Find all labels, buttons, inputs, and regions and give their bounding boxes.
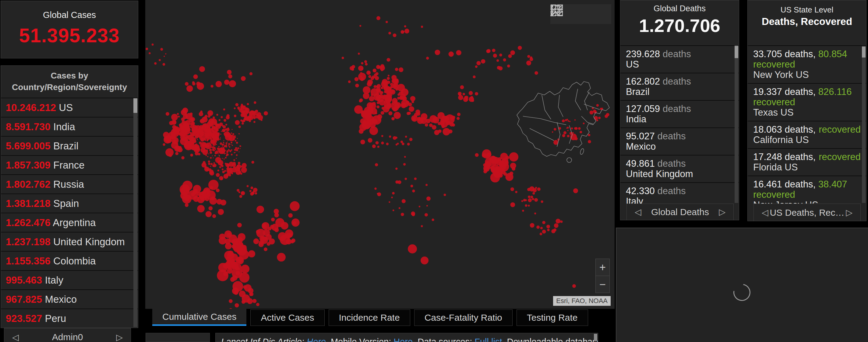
world-bubble-map[interactable]: + − Esri, FAO, NOAA [145,0,615,309]
footer-scrollbar-thumb[interactable] [594,334,597,341]
global-cases-panel: Global Cases 51.395.233 [1,1,138,59]
case-list-item[interactable]: 1.155.356 Colombia [1,251,138,270]
us-panel-subtitle: Deaths, Recovered [748,16,866,27]
pager-next-icon[interactable]: ▷ [846,207,852,217]
bottom-left-panel-edge [146,333,210,342]
tab-case-fatality-ratio[interactable]: Case-Fatality Ratio [414,309,513,326]
footer-link[interactable]: Here [307,337,326,342]
deaths-scrollbar-thumb[interactable] [735,46,738,58]
case-list-item[interactable]: 1.802.762 Russia [1,174,138,194]
tab-cumulative-cases[interactable]: Cumulative Cases [152,309,246,326]
pager-next-icon[interactable]: ▷ [719,207,725,217]
global-deaths-title: Global Deaths [620,4,739,13]
zoom-in-button[interactable]: + [596,259,610,276]
us-pager: ◁ US Deaths, Rec… ▷ [753,204,861,221]
death-list-item[interactable]: 49.861 deaths United Kingdom [620,155,739,182]
legend-icon[interactable] [574,8,588,21]
death-list-item[interactable]: 95.027 deaths Mexico [620,128,739,155]
map-layer-tabs: Cumulative CasesActive CasesIncidence Ra… [152,309,588,326]
case-list-item[interactable]: 1.262.476 Argentina [1,213,138,232]
pager-next-icon[interactable]: ▷ [116,332,123,342]
cases-scrollbar-track[interactable] [133,98,137,327]
case-bubbles-layer [145,16,610,309]
deaths-by-country-list: 239.628 deaths US 162.802 deaths Brazil … [620,45,739,220]
case-list-item[interactable]: 1.857.309 France [1,155,138,174]
zoom-out-button[interactable]: − [596,276,610,293]
us-panel-title: US State Level [748,5,866,14]
global-cases-title: Global Cases [1,10,138,20]
case-list-item[interactable]: 5.699.005 Brazil [1,136,138,155]
us-state-list-item[interactable]: 33.705 deaths, 80.854 recovered New York… [748,45,866,83]
tab-testing-rate[interactable]: Testing Rate [517,309,588,326]
pager-label: Global Deaths [651,207,709,217]
pager-prev-icon[interactable]: ◁ [762,207,768,217]
us-state-list-item[interactable]: 17.248 deaths, recovered Florida US [748,148,866,176]
basemap-gallery-icon[interactable] [594,8,608,21]
us-state-list-item[interactable]: 18.063 deaths, recovered California US [748,121,866,148]
map-attribution: Esri, FAO, NOAA [553,296,611,306]
case-list-item[interactable]: 1.237.198 United Kingdom [1,232,138,251]
death-list-item[interactable]: 162.802 deaths Brazil [620,73,739,100]
cases-panel-header: Cases by Country/Region/Sovereignty [1,66,138,93]
deaths-pager: ◁ Global Deaths ▷ [626,204,734,220]
global-deaths-value: 1.270.706 [620,15,739,36]
bottom-right-chart-panel [616,228,868,342]
case-list-item[interactable]: 995.463 Italy [1,270,138,289]
footer-link[interactable]: Full list [474,337,502,342]
cases-scrollbar-thumb[interactable] [133,98,137,113]
pager-prev-icon[interactable]: ◁ [12,332,19,342]
tab-active-cases[interactable]: Active Cases [250,309,324,326]
admin-level-pager: ◁ Admin0 ▷ [4,328,131,342]
case-list-item[interactable]: 967.825 Mexico [1,289,138,309]
loading-spinner [730,280,754,304]
deaths-scrollbar-track[interactable] [735,45,738,203]
us-scrollbar-thumb[interactable] [862,46,866,58]
cases-country-list: 10.246.212 US8.591.730 India5.699.005 Br… [1,98,138,328]
us-scrollbar-track[interactable] [862,46,866,203]
case-list-item[interactable]: 8.591.730 India [1,117,138,136]
us-state-level-panel: US State Level Deaths, Recovered 33.705 … [747,0,866,221]
case-list-item[interactable]: 10.246.212 US [1,98,138,117]
info-links-bar: Lancet Inf Dis Article: Here. Mobile Ver… [215,333,598,342]
global-cases-value: 51.395.233 [1,24,138,47]
us-states-list: 33.705 deaths, 80.854 recovered New York… [748,45,866,221]
tab-incidence-rate[interactable]: Incidence Rate [329,309,410,326]
pager-label: Admin0 [52,332,83,342]
global-deaths-panel: Global Deaths 1.270.706 239.628 deaths U… [620,0,739,220]
case-list-item[interactable]: 1.381.218 Spain [1,194,138,213]
map-zoom-control: + − [595,259,610,293]
footer-link[interactable]: Here [394,337,413,342]
pager-label: US Deaths, Rec… [770,207,844,218]
pager-prev-icon[interactable]: ◁ [635,207,642,217]
cases-by-country-panel: Cases by Country/Region/Sovereignty 10.2… [1,65,138,328]
case-list-item[interactable]: 923.527 Peru [1,309,138,328]
death-list-item[interactable]: 127.059 deaths India [620,100,739,128]
info-links-text: Lancet Inf Dis Article: Here. Mobile Ver… [221,337,598,342]
covid-dashboard: { "global_cases": { "title": "Global Cas… [0,0,868,342]
us-state-list-item[interactable]: 19.337 deaths, 826.116 recovered Texas U… [748,83,866,121]
death-list-item[interactable]: 239.628 deaths US [620,45,739,73]
map-toolbar [550,4,611,24]
map-canvas [145,0,615,309]
